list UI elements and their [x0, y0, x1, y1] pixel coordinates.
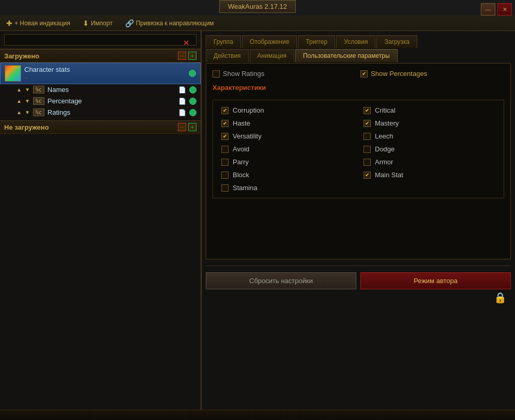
- armor-label: Armor: [375, 158, 393, 166]
- char-grid: ✔ Corruption ✔ Critical ✔ Haste: [221, 106, 495, 192]
- names-item[interactable]: ▲ ▼ %c Names 📄: [0, 84, 201, 96]
- ratings-down-arrow[interactable]: ▼: [25, 110, 30, 115]
- names-up-arrow[interactable]: ▲: [17, 87, 22, 92]
- dodge-checkbox[interactable]: [363, 146, 371, 153]
- avoid-checkbox[interactable]: [221, 146, 229, 153]
- import-button[interactable]: ⬇ Импорт: [81, 18, 115, 28]
- names-label: Names: [48, 86, 175, 94]
- right-panel: Группа Отображение Триггер Условия Загру…: [202, 31, 515, 410]
- percentage-item[interactable]: ▲ ▼ %c Percentage 📄: [0, 96, 201, 107]
- tab-load[interactable]: Загрузка: [376, 35, 417, 48]
- haste-item[interactable]: ✔ Haste: [221, 119, 353, 127]
- show-percentages-check-icon: ✔: [362, 71, 366, 76]
- dodge-item[interactable]: Dodge: [363, 145, 495, 153]
- tab-trigger[interactable]: Триггер: [298, 35, 335, 48]
- loaded-section-title: Загружено: [4, 52, 39, 60]
- stamina-label: Stamina: [233, 184, 258, 192]
- show-percentages-text: Show Percentages: [371, 70, 427, 77]
- loaded-minus-button[interactable]: −: [178, 52, 186, 60]
- stamina-item[interactable]: Stamina: [221, 184, 353, 192]
- reset-button[interactable]: Сбросить настройки: [206, 272, 356, 289]
- close-button[interactable]: ✕: [497, 3, 512, 15]
- mastery-item[interactable]: ✔ Mastery: [363, 119, 495, 127]
- versatility-item[interactable]: ✔ Versatility: [221, 132, 353, 140]
- tab-animation[interactable]: Анимация: [250, 49, 294, 62]
- main-stat-item[interactable]: ✔ Main Stat: [363, 171, 495, 179]
- block-item[interactable]: Block: [221, 171, 353, 179]
- minimize-button[interactable]: —: [481, 3, 495, 15]
- bottom-buttons: Сбросить настройки Режим автора: [206, 272, 511, 289]
- tab-group[interactable]: Группа: [206, 35, 241, 48]
- lock-area: 🔒: [206, 289, 511, 306]
- characteristics-box: ✔ Corruption ✔ Critical ✔ Haste: [213, 100, 504, 198]
- critical-checkbox[interactable]: ✔: [363, 107, 371, 114]
- binding-button[interactable]: 🔗 Привязка к направляющим: [123, 18, 216, 28]
- names-sub-icon: 📄: [178, 86, 186, 94]
- stamina-checkbox[interactable]: [221, 184, 229, 192]
- left-panel: ✕ Загружено − + Character stats − ▲ ▼ %c…: [0, 31, 202, 410]
- names-green-btn[interactable]: [189, 86, 196, 94]
- tab-conditions[interactable]: Условия: [336, 35, 375, 48]
- tabs-row-1: Группа Отображение Триггер Условия Загру…: [206, 35, 511, 48]
- corruption-checkbox[interactable]: ✔: [221, 107, 229, 114]
- author-mode-button[interactable]: Режим автора: [360, 272, 511, 289]
- binding-label: Привязка к направляющим: [136, 20, 214, 27]
- tab-custom-params[interactable]: Пользовательские параметры: [295, 49, 398, 62]
- lock-icon: 🔒: [494, 291, 507, 304]
- percentage-up-arrow[interactable]: ▲: [17, 98, 22, 104]
- main-stat-label: Main Stat: [375, 171, 403, 179]
- haste-check-icon: ✔: [223, 120, 227, 126]
- ratings-item[interactable]: ▲ ▼ %c Ratings 📄: [0, 107, 201, 118]
- names-down-arrow[interactable]: ▼: [25, 87, 30, 92]
- armor-item[interactable]: Armor: [363, 158, 495, 166]
- character-stats-icon-gradient: [5, 66, 21, 81]
- new-indicator-button[interactable]: ✚ + Новая индикация: [4, 18, 72, 28]
- character-stats-item[interactable]: Character stats −: [0, 63, 201, 84]
- critical-item[interactable]: ✔ Critical: [363, 106, 495, 114]
- main-stat-checkbox[interactable]: ✔: [363, 172, 371, 179]
- search-input[interactable]: [4, 34, 196, 45]
- search-wrapper: ✕: [4, 34, 196, 45]
- show-ratings-label[interactable]: Show Ratings: [213, 70, 356, 77]
- corruption-label: Corruption: [233, 106, 264, 114]
- armor-checkbox[interactable]: [363, 159, 371, 166]
- not-loaded-minus-button[interactable]: −: [178, 123, 186, 131]
- versatility-checkbox[interactable]: ✔: [221, 133, 229, 140]
- characteristics-title: Характеристики: [213, 84, 504, 94]
- ratings-up-arrow[interactable]: ▲: [17, 110, 22, 115]
- show-ratings-checkbox[interactable]: [213, 70, 220, 77]
- new-indicator-label: + Новая индикация: [14, 20, 70, 27]
- character-stats-minus-tag[interactable]: −: [24, 74, 28, 82]
- percentage-down-arrow[interactable]: ▼: [25, 98, 30, 104]
- loaded-section-header: Загружено − +: [0, 49, 201, 63]
- tabs-row-2: Действия Анимация Пользовательские парам…: [206, 49, 511, 62]
- versatility-label: Versatility: [233, 132, 262, 140]
- character-stats-green-btn[interactable]: [189, 70, 196, 77]
- loaded-plus-button[interactable]: +: [188, 52, 196, 60]
- block-checkbox[interactable]: [221, 172, 229, 179]
- minimize-icon: —: [486, 6, 491, 12]
- search-clear-button[interactable]: ✕: [183, 39, 189, 47]
- character-stats-info: Character stats −: [24, 66, 186, 82]
- not-loaded-plus-button[interactable]: +: [188, 123, 196, 131]
- tab-display[interactable]: Отображение: [242, 35, 297, 48]
- tab-actions[interactable]: Действия: [206, 49, 249, 62]
- parry-item[interactable]: Parry: [221, 158, 353, 166]
- haste-checkbox[interactable]: ✔: [221, 120, 229, 127]
- show-percentages-checkbox[interactable]: ✔: [360, 70, 368, 77]
- avoid-item[interactable]: Avoid: [221, 145, 353, 153]
- leech-checkbox[interactable]: [363, 133, 371, 140]
- percentage-green-btn[interactable]: [189, 98, 196, 105]
- corruption-check-icon: ✔: [223, 107, 227, 113]
- block-label: Block: [233, 171, 249, 179]
- ratings-green-btn[interactable]: [189, 109, 196, 116]
- plus-icon: ✚: [6, 19, 12, 27]
- reset-label: Сбросить настройки: [249, 277, 313, 285]
- critical-label: Critical: [375, 106, 396, 114]
- leech-item[interactable]: Leech: [363, 132, 495, 140]
- parry-checkbox[interactable]: [221, 159, 229, 166]
- ratings-label: Ratings: [48, 108, 175, 116]
- show-percentages-label[interactable]: ✔ Show Percentages: [360, 70, 504, 77]
- corruption-item[interactable]: ✔ Corruption: [221, 106, 353, 114]
- mastery-checkbox[interactable]: ✔: [363, 120, 371, 127]
